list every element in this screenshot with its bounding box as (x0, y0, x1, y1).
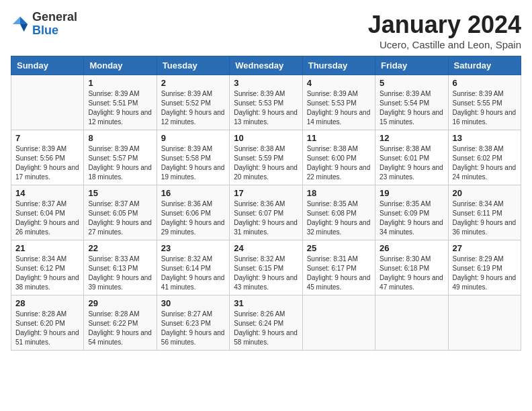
cell-sun-info: Sunrise: 8:39 AM Sunset: 5:53 PM Dayligh… (234, 89, 298, 127)
logo-blue: Blue (32, 24, 58, 37)
logo-general: General (32, 10, 77, 24)
cell-sun-info: Sunrise: 8:33 AM Sunset: 6:13 PM Dayligh… (88, 255, 152, 292)
day-number: 18 (307, 188, 371, 198)
day-number: 28 (15, 298, 79, 308)
calendar-cell: 4Sunrise: 8:39 AM Sunset: 5:53 PM Daylig… (302, 75, 375, 130)
cell-sun-info: Sunrise: 8:27 AM Sunset: 6:23 PM Dayligh… (161, 310, 225, 347)
cell-sun-info: Sunrise: 8:39 AM Sunset: 5:56 PM Dayligh… (15, 144, 79, 182)
cell-sun-info: Sunrise: 8:38 AM Sunset: 6:02 PM Dayligh… (453, 144, 517, 182)
day-number: 10 (234, 133, 298, 143)
cell-sun-info: Sunrise: 8:39 AM Sunset: 5:53 PM Dayligh… (307, 89, 371, 127)
cell-sun-info: Sunrise: 8:39 AM Sunset: 5:58 PM Dayligh… (161, 144, 225, 182)
cell-sun-info: Sunrise: 8:36 AM Sunset: 6:07 PM Dayligh… (234, 199, 298, 237)
calendar-cell: 1Sunrise: 8:39 AM Sunset: 5:51 PM Daylig… (84, 75, 157, 130)
cell-sun-info: Sunrise: 8:35 AM Sunset: 6:08 PM Dayligh… (307, 199, 371, 237)
cell-sun-info: Sunrise: 8:32 AM Sunset: 6:15 PM Dayligh… (234, 255, 298, 292)
day-number: 1 (88, 78, 152, 88)
logo: General Blue (11, 11, 77, 38)
day-number: 14 (15, 188, 79, 198)
day-number: 27 (453, 243, 517, 253)
day-number: 22 (88, 243, 152, 253)
calendar-cell: 18Sunrise: 8:35 AM Sunset: 6:08 PM Dayli… (302, 185, 375, 240)
calendar-cell (302, 295, 375, 351)
calendar-cell: 14Sunrise: 8:37 AM Sunset: 6:04 PM Dayli… (11, 185, 84, 240)
calendar-cell: 10Sunrise: 8:38 AM Sunset: 5:59 PM Dayli… (230, 130, 302, 185)
cell-sun-info: Sunrise: 8:28 AM Sunset: 6:20 PM Dayligh… (15, 310, 79, 347)
day-number: 12 (380, 133, 443, 143)
day-number: 29 (88, 298, 152, 308)
svg-marker-1 (13, 17, 20, 24)
cell-sun-info: Sunrise: 8:39 AM Sunset: 5:51 PM Dayligh… (88, 89, 152, 127)
logo-icon (11, 15, 30, 34)
cell-sun-info: Sunrise: 8:38 AM Sunset: 6:00 PM Dayligh… (307, 144, 371, 182)
calendar-cell: 21Sunrise: 8:34 AM Sunset: 6:12 PM Dayli… (11, 240, 84, 295)
calendar-cell: 7Sunrise: 8:39 AM Sunset: 5:56 PM Daylig… (11, 130, 84, 185)
cell-sun-info: Sunrise: 8:29 AM Sunset: 6:19 PM Dayligh… (453, 255, 517, 292)
calendar-cell: 23Sunrise: 8:32 AM Sunset: 6:14 PM Dayli… (157, 240, 229, 295)
calendar-cell (375, 295, 448, 351)
weekday-header-saturday: Saturday (448, 56, 521, 75)
calendar-cell: 12Sunrise: 8:38 AM Sunset: 6:01 PM Dayli… (375, 130, 448, 185)
weekday-header-tuesday: Tuesday (157, 56, 229, 75)
cell-sun-info: Sunrise: 8:37 AM Sunset: 6:05 PM Dayligh… (88, 199, 152, 237)
day-number: 6 (453, 78, 517, 88)
day-number: 26 (380, 243, 443, 253)
calendar-cell: 11Sunrise: 8:38 AM Sunset: 6:00 PM Dayli… (302, 130, 375, 185)
day-number: 20 (453, 188, 517, 198)
calendar-cell: 16Sunrise: 8:36 AM Sunset: 6:06 PM Dayli… (157, 185, 229, 240)
calendar-cell: 28Sunrise: 8:28 AM Sunset: 6:20 PM Dayli… (11, 295, 84, 351)
cell-sun-info: Sunrise: 8:38 AM Sunset: 6:01 PM Dayligh… (380, 144, 443, 182)
day-number: 25 (307, 243, 371, 253)
title-block: January 2024 Ucero, Castille and Leon, S… (368, 11, 521, 50)
calendar-week-5: 28Sunrise: 8:28 AM Sunset: 6:20 PM Dayli… (11, 295, 521, 351)
day-number: 24 (234, 243, 298, 253)
calendar-week-4: 21Sunrise: 8:34 AM Sunset: 6:12 PM Dayli… (11, 240, 521, 295)
day-number: 7 (15, 133, 79, 143)
calendar-cell: 27Sunrise: 8:29 AM Sunset: 6:19 PM Dayli… (448, 240, 521, 295)
weekday-header-friday: Friday (375, 56, 448, 75)
calendar-cell: 9Sunrise: 8:39 AM Sunset: 5:58 PM Daylig… (157, 130, 229, 185)
calendar-title: January 2024 (368, 11, 521, 39)
cell-sun-info: Sunrise: 8:39 AM Sunset: 5:54 PM Dayligh… (380, 89, 443, 127)
calendar-cell: 19Sunrise: 8:35 AM Sunset: 6:09 PM Dayli… (375, 185, 448, 240)
day-number: 23 (161, 243, 225, 253)
cell-sun-info: Sunrise: 8:37 AM Sunset: 6:04 PM Dayligh… (15, 199, 79, 237)
day-number: 17 (234, 188, 298, 198)
day-number: 13 (453, 133, 517, 143)
calendar-table: SundayMondayTuesdayWednesdayThursdayFrid… (11, 56, 521, 351)
weekday-header-monday: Monday (84, 56, 157, 75)
cell-sun-info: Sunrise: 8:39 AM Sunset: 5:55 PM Dayligh… (453, 89, 517, 127)
day-number: 8 (88, 133, 152, 143)
cell-sun-info: Sunrise: 8:30 AM Sunset: 6:18 PM Dayligh… (380, 255, 443, 292)
cell-sun-info: Sunrise: 8:36 AM Sunset: 6:06 PM Dayligh… (161, 199, 225, 237)
calendar-cell: 2Sunrise: 8:39 AM Sunset: 5:52 PM Daylig… (157, 75, 229, 130)
cell-sun-info: Sunrise: 8:35 AM Sunset: 6:09 PM Dayligh… (380, 199, 443, 237)
day-number: 4 (307, 78, 371, 88)
day-number: 31 (234, 298, 298, 308)
calendar-cell: 30Sunrise: 8:27 AM Sunset: 6:23 PM Dayli… (157, 295, 229, 351)
day-number: 5 (380, 78, 443, 88)
day-number: 15 (88, 188, 152, 198)
day-number: 30 (161, 298, 225, 308)
calendar-cell: 26Sunrise: 8:30 AM Sunset: 6:18 PM Dayli… (375, 240, 448, 295)
cell-sun-info: Sunrise: 8:39 AM Sunset: 5:52 PM Dayligh… (161, 89, 225, 127)
day-number: 19 (380, 188, 443, 198)
calendar-cell: 31Sunrise: 8:26 AM Sunset: 6:24 PM Dayli… (230, 295, 302, 351)
calendar-cell: 20Sunrise: 8:34 AM Sunset: 6:11 PM Dayli… (448, 185, 521, 240)
cell-sun-info: Sunrise: 8:39 AM Sunset: 5:57 PM Dayligh… (88, 144, 152, 182)
calendar-cell: 25Sunrise: 8:31 AM Sunset: 6:17 PM Dayli… (302, 240, 375, 295)
cell-sun-info: Sunrise: 8:34 AM Sunset: 6:11 PM Dayligh… (453, 199, 517, 237)
weekday-header-wednesday: Wednesday (230, 56, 302, 75)
svg-marker-2 (20, 24, 28, 32)
calendar-cell: 22Sunrise: 8:33 AM Sunset: 6:13 PM Dayli… (84, 240, 157, 295)
calendar-cell: 24Sunrise: 8:32 AM Sunset: 6:15 PM Dayli… (230, 240, 302, 295)
calendar-cell: 29Sunrise: 8:28 AM Sunset: 6:22 PM Dayli… (84, 295, 157, 351)
calendar-week-2: 7Sunrise: 8:39 AM Sunset: 5:56 PM Daylig… (11, 130, 521, 185)
calendar-cell: 3Sunrise: 8:39 AM Sunset: 5:53 PM Daylig… (230, 75, 302, 130)
calendar-cell: 8Sunrise: 8:39 AM Sunset: 5:57 PM Daylig… (84, 130, 157, 185)
calendar-cell: 6Sunrise: 8:39 AM Sunset: 5:55 PM Daylig… (448, 75, 521, 130)
calendar-week-3: 14Sunrise: 8:37 AM Sunset: 6:04 PM Dayli… (11, 185, 521, 240)
calendar-cell (448, 295, 521, 351)
calendar-cell: 13Sunrise: 8:38 AM Sunset: 6:02 PM Dayli… (448, 130, 521, 185)
day-number: 16 (161, 188, 225, 198)
